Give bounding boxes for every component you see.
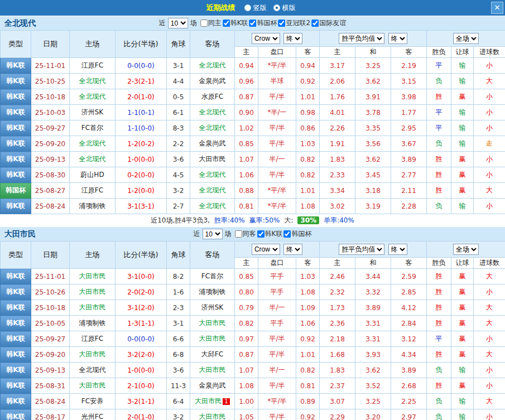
odds-away-cell: 1.03 [296,269,320,284]
handicap-result-cell: 赢 [451,331,474,347]
corner-cell: 0-5 [167,89,190,105]
close-icon[interactable]: ✕ [491,2,503,14]
filter-checkbox[interactable]: 国际友谊 [311,18,346,28]
score-cell: 3-1(2-0) [116,300,167,316]
scope-select[interactable]: 全场 [453,33,479,44]
odds-final-select[interactable]: 终 [283,244,302,255]
filter-checkbox-input[interactable] [278,20,286,27]
corner-cell: 8-3 [167,120,190,136]
odds-away-cell: 1.01 [296,347,320,363]
result-cell: 平 [427,105,451,120]
odds-handicap-cell: *平/半 [258,183,296,199]
odds-home-cell: 0.90 [235,105,258,120]
table-header-row: 类型 日期 主场 比分(半场) 角球 客场 Crow 终 胜平负均值 终 [1,242,505,258]
avg-home-cell: 1.73 [320,300,355,316]
games-label: 场 [190,18,197,28]
subcolumn-header: 进球数 [474,258,505,269]
odds-home-cell: 0.82 [235,316,258,331]
away-team-cell: FC首尔 [190,269,235,284]
corner-cell: 3-2 [167,183,190,199]
layout-radio-horizontal[interactable]: 横版 [273,3,296,13]
radio-icon [244,4,251,11]
league-type-cell: 韩K联 [1,394,31,409]
goals-result-cell: 小 [474,152,505,167]
match-date-cell: 25-10-03 [31,105,70,120]
match-date-cell: 25-11-01 [31,58,70,74]
league-type-cell: 韩K联 [1,152,31,167]
avg-draw-cell: 3.31 [355,316,391,331]
odds-away-cell: 0.89 [296,394,320,409]
away-team-cell: 水原FC [190,89,235,105]
filter-checkbox-input[interactable] [249,20,257,27]
odds-home-cell: 0.96 [235,74,258,89]
corner-cell: 3-2 [167,409,190,420]
filter-checkbox[interactable]: 韩国杯 [283,229,311,239]
filter-checkbox-input[interactable] [283,230,291,238]
odds-home-cell: 1.07 [235,363,258,378]
match-row: 韩K联25-09-13全北现代1-0(0-0)3-6大田市民1.07半/一0.8… [1,363,505,378]
avg-away-cell: 2.25 [391,394,427,409]
handicap-result-cell: 输 [451,394,474,409]
filter-checkbox-input[interactable] [235,230,242,238]
odds-home-cell: 1.08 [235,378,258,394]
filter-checkbox-input[interactable] [223,20,230,27]
league-type-cell: 韩K联 [1,136,31,152]
away-team-cell: 大田市民 [190,316,235,331]
match-date-cell: 25-10-05 [31,316,70,331]
odds-home-cell: 0.87 [235,89,258,105]
handicap-result-cell: 输 [451,363,474,378]
avg-select[interactable]: 胜平负均值 [339,244,384,255]
filter-checkbox-input[interactable] [257,230,264,238]
avg-final-select[interactable]: 终 [388,33,407,44]
avg-draw-cell: 3.32 [355,284,391,300]
summary-prefix: 近10场,胜4平3负3, [151,216,210,225]
odds-home-cell: 0.85 [235,269,258,284]
match-date-cell: 25-08-31 [31,378,70,394]
match-row: 韩K联25-08-24浦项制铁3-1(3-1)2-7全北现代0.81*平/半1.… [1,199,505,214]
filter-checkbox[interactable]: 韩国杯 [249,18,277,28]
odds-source-select[interactable]: Crow [252,244,280,255]
result-cell: 负 [427,136,451,152]
result-cell: 胜 [427,269,451,284]
avg-draw-cell: 3.62 [355,74,391,89]
match-date-cell: 25-11-01 [31,269,70,284]
filter-checkbox-input[interactable] [311,20,319,27]
avg-home-cell: 1.83 [320,152,355,167]
avg-select[interactable]: 胜平负均值 [339,33,384,44]
filter-checkbox[interactable]: 同主 [200,18,222,28]
filter-checkbox[interactable]: 韩K联 [223,18,248,28]
match-row: 韩K联25-09-20全北现代1-2(0-2)2-2金泉尚武0.85平/半1.0… [1,136,505,152]
league-type-cell: 韩K联 [1,316,31,331]
goals-result-cell: 小 [474,378,505,394]
filter-checkbox-input[interactable] [200,20,208,27]
odds-handicap-cell: 平/半 [258,120,296,136]
filter-checkbox[interactable]: 同客 [235,229,256,239]
match-date-cell: 25-09-27 [31,331,70,347]
odds-home-cell: 1.00 [235,394,258,409]
score-cell: 0-0(0-0) [116,331,167,347]
match-count-select[interactable]: 10 [168,18,188,28]
odds-final-select[interactable]: 终 [283,33,302,44]
avg-final-select[interactable]: 终 [388,244,407,255]
score-cell: 2-0(1-0) [116,89,167,105]
score-cell: 2-0(2-0) [116,284,167,300]
layout-radio-vertical[interactable]: 竖版 [244,3,267,13]
avg-home-cell: 2.26 [320,120,355,136]
away-team-cell: 大田市民 [190,363,235,378]
goals-result-cell: 小 [474,120,505,136]
avg-home-cell: 1.83 [320,363,355,378]
summary-big-label: 大: [284,216,293,225]
away-team-cell: 全北现代 [190,120,235,136]
odds-source-select[interactable]: Crow [252,33,280,44]
red-card-badge: 1 [223,398,229,405]
league-type-cell: 韩K联 [1,120,31,136]
match-count-select[interactable]: 10 [203,229,223,239]
filter-checkbox-label: 亚冠联2 [286,18,311,28]
goals-result-cell: 小 [474,89,505,105]
team-name: 大田市民 [4,229,36,239]
filter-checkbox[interactable]: 韩K联 [257,229,283,239]
corner-cell: 4-5 [167,167,190,183]
filter-checkbox[interactable]: 亚冠联2 [278,18,311,28]
scope-select[interactable]: 全场 [453,244,479,255]
home-team-cell: 江原FC [70,58,116,74]
